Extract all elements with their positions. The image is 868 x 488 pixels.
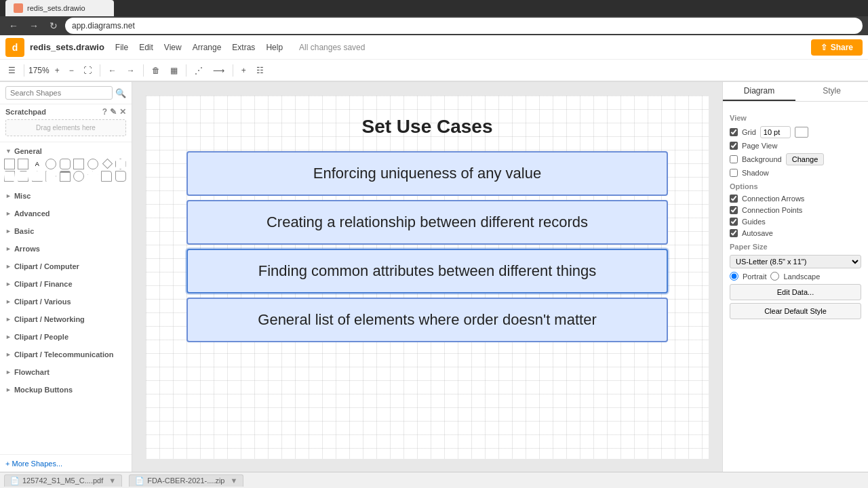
diagram-box-3[interactable]: General list of elements where order doe… [186,298,668,342]
format-button[interactable]: ▦ [166,64,182,77]
browser-tab[interactable]: redis_sets.drawio [5,0,114,16]
shape-rect[interactable] [4,159,15,169]
shadow-checkbox[interactable] [730,169,738,177]
shape-rtri[interactable] [45,171,56,182]
shape-ellipse[interactable] [45,159,56,169]
url-bar[interactable] [65,18,863,34]
section-clipart-computer-header[interactable]: ► Clipart / Computer [0,260,132,272]
section-flowchart-header[interactable]: ► Flowchart [0,366,132,378]
file-name-1: FDA-CBER-2021-....zip [147,476,224,485]
grid-checkbox[interactable] [730,128,738,136]
landscape-radio[interactable] [770,272,779,281]
shape-square[interactable] [73,159,84,169]
redo-button[interactable]: → [123,64,139,77]
shape-doc[interactable] [101,171,112,182]
forward-button[interactable]: → [26,19,42,33]
chevron-clipart-various: ► [5,298,12,305]
paper-size-label: Paper Size [730,243,861,251]
more-shapes-link[interactable]: + More Shapes... [5,460,62,468]
shape-circle[interactable] [87,159,98,169]
menu-file[interactable]: File [110,41,134,54]
autosave-checkbox[interactable] [730,229,738,237]
background-row: Background Change [730,153,861,165]
section-clipart-networking-header[interactable]: ► Clipart / Networking [0,313,132,325]
shape-rounded[interactable] [60,159,71,169]
section-advanced-header[interactable]: ► Advanced [0,207,132,220]
portrait-radio[interactable] [730,272,738,281]
file-tab-1[interactable]: 📄 FDA-CBER-2021-....zip ▼ [129,474,243,487]
refresh-button[interactable]: ↻ [46,19,61,33]
file-tab-0[interactable]: 📄 125742_S1_M5_C....pdf ▼ [4,474,122,487]
shape-diamond[interactable] [102,159,113,169]
sidebar-toggle[interactable]: ☰ [4,64,20,77]
share-button[interactable]: ⇧ Share [811,39,863,56]
menu-view[interactable]: View [159,41,187,54]
connection-points-checkbox[interactable] [730,206,738,214]
search-icon[interactable]: 🔍 [115,88,126,98]
guides-checkbox[interactable] [730,218,738,226]
section-general-header[interactable]: ▼ General [0,145,132,157]
section-misc-header[interactable]: ► Misc [0,190,132,202]
file-close-1[interactable]: ▼ [230,476,237,485]
connection-arrows-checkbox[interactable] [730,195,738,203]
shape-tri[interactable] [32,171,43,182]
section-mockup-header[interactable]: ► Mockup Buttons [0,384,132,396]
file-close-0[interactable]: ▼ [108,476,116,485]
section-clipart-finance-header[interactable]: ► Clipart / Finance [0,278,132,290]
menu-help[interactable]: Help [260,41,288,54]
section-flowchart-label: Flowchart [14,368,50,376]
clear-style-button[interactable]: Clear Default Style [730,303,861,319]
menu-extras[interactable]: Extras [226,41,260,54]
shape-rect2[interactable] [18,159,28,169]
section-clipart-people-label: Clipart / People [14,333,68,341]
diagram-box-1[interactable]: Creating a relationship between differen… [186,200,668,245]
shape-hex[interactable] [115,159,126,169]
undo-button[interactable]: ← [104,64,121,77]
section-basic-header[interactable]: ► Basic [0,225,132,237]
shape-cyl[interactable] [60,171,71,182]
section-arrows-header[interactable]: ► Arrows [0,243,132,255]
zoom-fit[interactable]: ⛶ [79,64,96,77]
shape-star[interactable] [87,171,98,182]
guides-row: Guides [730,218,861,226]
page-view-checkbox[interactable] [730,142,738,150]
grid-size-input[interactable] [760,126,791,138]
search-input[interactable] [5,86,113,100]
canvas[interactable]: Set Use Cases Enforcing uniqueness of an… [146,96,709,459]
table-button[interactable]: ☷ [252,64,268,77]
app-header: d redis_sets.drawio File Edit View Arran… [0,35,868,82]
insert-button[interactable]: + [237,64,250,77]
connection-button[interactable]: ⟶ [209,64,229,77]
back-button[interactable]: ← [5,19,22,33]
shape-trap[interactable] [18,171,28,182]
menu-edit[interactable]: Edit [134,41,159,54]
shape-note[interactable] [115,171,126,182]
shape-para[interactable] [4,171,15,182]
diagram-box-3-text: General list of elements where order doe… [258,311,596,328]
tab-diagram[interactable]: Diagram [723,82,795,101]
section-general: ▼ General A [0,142,132,187]
scratchpad-close[interactable]: ✕ [119,107,126,117]
paper-size-select[interactable]: US-Letter (8.5" x 11") [730,255,861,268]
section-clipart-various-header[interactable]: ► Clipart / Various [0,296,132,308]
tab-style[interactable]: Style [795,82,868,101]
grid-color[interactable] [795,127,808,138]
diagram-box-0[interactable]: Enforcing uniqueness of any value [186,151,668,196]
shape-cloud[interactable] [73,171,84,182]
diagram-box-2[interactable]: Finding common attributes between differ… [186,249,668,293]
section-clipart-people-header[interactable]: ► Clipart / People [0,331,132,343]
delete-button[interactable]: 🗑 [148,64,164,77]
edit-data-button[interactable]: Edit Data... [730,284,861,300]
zoom-in[interactable]: + [51,64,64,77]
scratchpad-edit[interactable]: ✎ [110,107,117,117]
section-clipart-telecom-label: Clipart / Telecommunication [14,350,114,359]
waypoints-button[interactable]: ⋰ [191,64,207,77]
shape-text[interactable]: A [32,159,43,169]
zoom-out[interactable]: − [65,64,78,77]
change-button[interactable]: Change [786,153,825,165]
section-clipart-telecom-header[interactable]: ► Clipart / Telecommunication [0,348,132,361]
canvas-area[interactable]: Set Use Cases Enforcing uniqueness of an… [132,82,722,472]
scratchpad-help[interactable]: ? [102,107,107,117]
background-checkbox[interactable] [730,155,738,163]
menu-arrange[interactable]: Arrange [187,41,227,54]
